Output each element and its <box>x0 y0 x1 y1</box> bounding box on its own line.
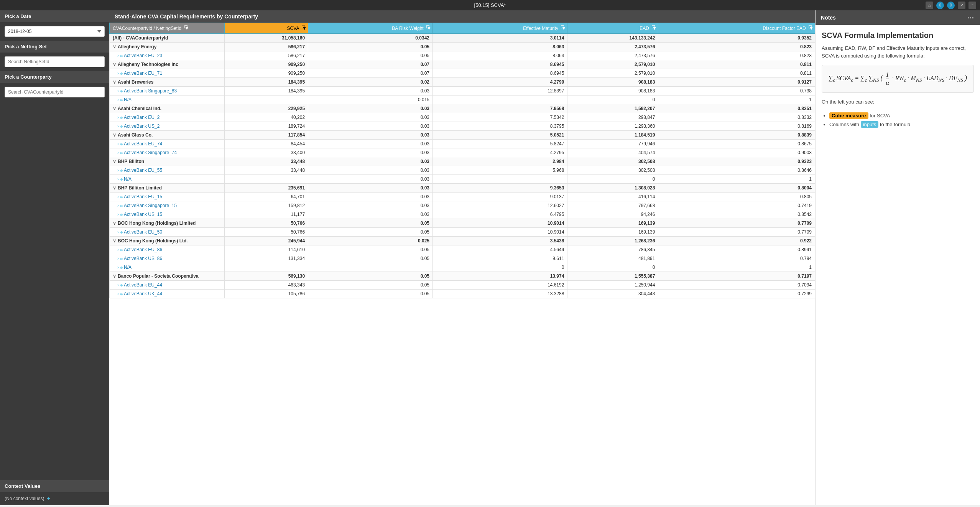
col-eff-maturity-filter[interactable]: ▼ <box>561 25 564 28</box>
col-scva-filter[interactable]: ▼ <box>302 25 305 28</box>
col-header-discount[interactable]: Discount Factor EAD ▼ <box>658 23 815 34</box>
col-ead-filter[interactable]: ▼ <box>652 25 655 28</box>
row-name-cell[interactable]: ›⊕N/A <box>110 175 225 184</box>
bell-icon[interactable]: 0 <box>936 2 944 9</box>
row-cell-effectiveMaturity <box>433 95 567 104</box>
row-cell-effectiveMaturity: 8.3795 <box>433 122 567 131</box>
table-container[interactable]: CVACounterpartyId / NettingSetId ▼ SCVA … <box>109 23 815 505</box>
row-cell-baRiskWeight: 0.03 <box>308 201 433 210</box>
col-discount-filter[interactable]: ▼ <box>809 25 812 28</box>
expand-icon[interactable]: ∨ <box>113 185 116 191</box>
expand-icon[interactable]: ∨ <box>113 221 116 226</box>
row-name[interactable]: ActiveBank EU_71 <box>124 71 162 76</box>
expand-icon[interactable]: ∨ <box>113 79 116 85</box>
row-cell-scva: 586,217 <box>225 51 308 60</box>
row-cell-discountFactorEad: 0.811 <box>658 60 815 69</box>
expand-icon[interactable]: ∨ <box>113 238 116 244</box>
date-select[interactable]: 2018-12-05 <box>5 26 105 37</box>
expand-icon[interactable]: ∨ <box>113 44 116 49</box>
expand-icon[interactable]: ∨ <box>113 106 116 111</box>
row-name-cell[interactable]: ›⊕N/A <box>110 263 225 272</box>
row-name[interactable]: ActiveBank Singapore_74 <box>124 150 177 155</box>
share-icon[interactable]: ↗ <box>958 2 965 9</box>
row-name-cell[interactable]: ›⊕ActiveBank UK_44 <box>110 290 225 298</box>
row-cell-discountFactorEad: 0.9127 <box>658 78 815 87</box>
link-icon: ⊕ <box>120 116 123 120</box>
row-name[interactable]: ActiveBank US_86 <box>124 256 162 261</box>
col-ead-label: EAD <box>640 26 649 31</box>
row-name-cell[interactable]: ›⊕ActiveBank EU_2 <box>110 113 225 122</box>
table-row: ›⊕ActiveBank EU_44463,3430.0514.61921,25… <box>110 281 815 290</box>
row-name[interactable]: ActiveBank EU_2 <box>124 115 159 120</box>
row-cell-scva <box>225 175 308 184</box>
row-name-cell[interactable]: ›⊕ActiveBank EU_55 <box>110 166 225 175</box>
notes-more-icon[interactable]: ⋯ <box>967 13 975 22</box>
expand-icon[interactable]: ∨ <box>113 159 116 164</box>
row-name[interactable]: ActiveBank EU_23 <box>124 53 162 58</box>
row-name[interactable]: ActiveBank EU_15 <box>124 194 162 199</box>
add-context-icon[interactable]: + <box>46 495 50 502</box>
row-name[interactable]: ActiveBank EU_50 <box>124 229 162 235</box>
home-icon[interactable]: ⌂ <box>926 2 933 9</box>
row-cell-discountFactorEad: 1 <box>658 263 815 272</box>
row-name-cell[interactable]: ›⊕N/A <box>110 95 225 104</box>
netting-set-search[interactable] <box>5 56 105 67</box>
row-name[interactable]: ActiveBank US_2 <box>124 123 159 129</box>
expand-icon[interactable]: ∨ <box>113 132 116 138</box>
col-eff-maturity-label: Effective Maturity <box>523 26 558 31</box>
row-name-cell[interactable]: ›⊕ActiveBank EU_15 <box>110 193 225 201</box>
row-cell-discountFactorEad: 0.738 <box>658 87 815 95</box>
table-row: ›⊕ActiveBank Singapore_83184,3950.0312.8… <box>110 87 815 95</box>
row-name-cell[interactable]: ›⊕ActiveBank US_86 <box>110 254 225 263</box>
row-cell-effectiveMaturity: 10.9014 <box>433 228 567 237</box>
row-name[interactable]: ActiveBank EU_55 <box>124 168 162 173</box>
row-cell-ead: 1,250,944 <box>567 281 658 290</box>
row-name[interactable]: ActiveBank EU_86 <box>124 247 162 252</box>
row-name[interactable]: ActiveBank Singapore_15 <box>124 203 177 208</box>
notification-icon[interactable]: 0 <box>947 2 955 9</box>
row-cell-discountFactorEad: 1 <box>658 95 815 104</box>
link-icon: ⊕ <box>120 169 123 173</box>
col-header-ead[interactable]: EAD ▼ <box>567 23 658 34</box>
col-header-scva[interactable]: SCVA ▼ <box>225 23 308 34</box>
bullet-scva-text: for SCVA <box>870 113 890 119</box>
row-cell-baRiskWeight: 0.03 <box>308 131 433 140</box>
row-cell-scva: 117,854 <box>225 131 308 140</box>
row-cell-ead: 143,133,242 <box>567 34 658 43</box>
row-name[interactable]: ActiveBank EU_44 <box>124 282 162 288</box>
row-name[interactable]: N/A <box>124 97 132 102</box>
row-name-cell[interactable]: ›⊕ActiveBank US_2 <box>110 122 225 131</box>
row-name-cell[interactable]: ›⊕ActiveBank EU_74 <box>110 140 225 148</box>
row-name-cell[interactable]: ›⊕ActiveBank EU_50 <box>110 228 225 237</box>
row-name-cell[interactable]: ›⊕ActiveBank EU_44 <box>110 281 225 290</box>
col-ba-risk-filter[interactable]: ▼ <box>426 25 429 28</box>
counterparty-search[interactable] <box>5 87 105 97</box>
row-name-cell: ∨BOC Hong Kong (Holdings) Ltd. <box>110 237 225 245</box>
row-name[interactable]: ActiveBank US_15 <box>124 212 162 217</box>
row-name-cell[interactable]: ›⊕ActiveBank Singapore_74 <box>110 148 225 157</box>
row-name: (All) - CVACounterpartyId <box>113 35 168 41</box>
row-name[interactable]: N/A <box>124 265 132 270</box>
expand-icon[interactable]: ∨ <box>113 62 116 67</box>
expand-icon[interactable]: ∨ <box>113 273 116 279</box>
row-name[interactable]: N/A <box>124 176 132 182</box>
row-name-cell[interactable]: ›⊕ActiveBank EU_71 <box>110 69 225 78</box>
more-icon[interactable]: ⋯ <box>968 2 976 9</box>
col-header-ba-risk[interactable]: BA Risk Weight ▼ <box>308 23 433 34</box>
row-name[interactable]: ActiveBank Singapore_83 <box>124 88 177 94</box>
col-header-eff-maturity[interactable]: Effective Maturity ▼ <box>433 23 567 34</box>
row-name: BHP Billiton <box>118 159 144 164</box>
child-arrow-icon: › <box>117 123 119 129</box>
row-cell-baRiskWeight: 0.03 <box>308 210 433 219</box>
child-arrow-icon: › <box>117 115 119 120</box>
row-name-cell[interactable]: ›⊕ActiveBank Singapore_15 <box>110 201 225 210</box>
row-name-cell[interactable]: ›⊕ActiveBank EU_86 <box>110 245 225 254</box>
row-name[interactable]: ActiveBank EU_74 <box>124 141 162 147</box>
col-name-filter[interactable]: ▼ <box>184 25 187 28</box>
row-name-cell[interactable]: ›⊕ActiveBank US_15 <box>110 210 225 219</box>
row-name[interactable]: ActiveBank UK_44 <box>124 291 162 296</box>
row-name-cell[interactable]: ›⊕ActiveBank EU_23 <box>110 51 225 60</box>
row-name-cell[interactable]: ›⊕ActiveBank Singapore_83 <box>110 87 225 95</box>
row-cell-baRiskWeight: 0.03 <box>308 113 433 122</box>
col-header-name[interactable]: CVACounterpartyId / NettingSetId ▼ <box>110 23 225 34</box>
